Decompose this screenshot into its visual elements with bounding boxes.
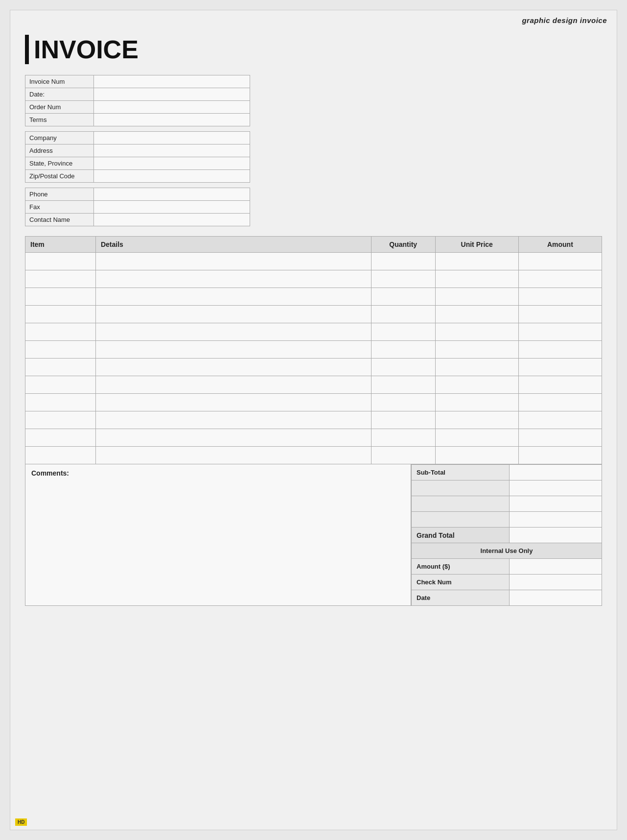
billing-info-label: Zip/Postal Code xyxy=(25,170,94,183)
item-cell[interactable] xyxy=(25,253,96,270)
invoice-info-row: Order Num xyxy=(25,101,250,114)
header-item: Item xyxy=(25,237,96,253)
details-cell[interactable] xyxy=(95,376,371,394)
unit-price-cell[interactable] xyxy=(435,341,518,359)
item-cell[interactable] xyxy=(25,447,96,464)
amount-cell[interactable] xyxy=(518,411,602,429)
contact-info-value[interactable] xyxy=(93,188,250,201)
details-cell[interactable] xyxy=(95,341,371,359)
billing-info-value[interactable] xyxy=(93,144,250,157)
billing-info-value[interactable] xyxy=(93,170,250,183)
item-cell[interactable] xyxy=(25,359,96,376)
amount-cell[interactable] xyxy=(518,253,602,270)
unit-price-cell[interactable] xyxy=(435,376,518,394)
internal-use-header: Internal Use Only xyxy=(412,543,602,559)
amount-cell[interactable] xyxy=(518,447,602,464)
unit-price-cell[interactable] xyxy=(435,429,518,447)
details-cell[interactable] xyxy=(95,270,371,288)
quantity-cell[interactable] xyxy=(371,376,435,394)
contact-info-value[interactable] xyxy=(93,214,250,226)
item-cell[interactable] xyxy=(25,394,96,411)
invoice-info-value[interactable] xyxy=(93,101,250,114)
billing-info-table: CompanyAddressState, ProvinceZip/Postal … xyxy=(25,131,250,183)
internal-row-value[interactable] xyxy=(509,575,602,590)
unit-price-cell[interactable] xyxy=(435,253,518,270)
table-row xyxy=(25,359,602,376)
invoice-info-label: Invoice Num xyxy=(25,75,94,88)
quantity-cell[interactable] xyxy=(371,429,435,447)
amount-cell[interactable] xyxy=(518,341,602,359)
comments-label: Comments: xyxy=(31,469,69,477)
amount-cell[interactable] xyxy=(518,323,602,341)
item-cell[interactable] xyxy=(25,376,96,394)
quantity-cell[interactable] xyxy=(371,411,435,429)
internal-row-value[interactable] xyxy=(509,559,602,575)
item-cell[interactable] xyxy=(25,288,96,306)
quantity-cell[interactable] xyxy=(371,253,435,270)
quantity-cell[interactable] xyxy=(371,270,435,288)
billing-info-value[interactable] xyxy=(93,132,250,144)
totals-extra-value[interactable] xyxy=(509,512,602,528)
table-row xyxy=(25,270,602,288)
subtotal-value[interactable] xyxy=(509,465,602,480)
item-cell[interactable] xyxy=(25,429,96,447)
header-quantity: Quantity xyxy=(371,237,435,253)
amount-cell[interactable] xyxy=(518,306,602,323)
item-cell[interactable] xyxy=(25,411,96,429)
unit-price-cell[interactable] xyxy=(435,270,518,288)
item-cell[interactable] xyxy=(25,323,96,341)
totals-extra-value[interactable] xyxy=(509,496,602,512)
totals-extra-value[interactable] xyxy=(509,480,602,496)
details-cell[interactable] xyxy=(95,288,371,306)
unit-price-cell[interactable] xyxy=(435,447,518,464)
details-cell[interactable] xyxy=(95,447,371,464)
internal-row-label: Date xyxy=(412,590,510,606)
unit-price-cell[interactable] xyxy=(435,394,518,411)
internal-row-value[interactable] xyxy=(509,590,602,606)
quantity-cell[interactable] xyxy=(371,323,435,341)
amount-cell[interactable] xyxy=(518,359,602,376)
details-cell[interactable] xyxy=(95,429,371,447)
contact-info-value[interactable] xyxy=(93,201,250,214)
invoice-info-value[interactable] xyxy=(93,75,250,88)
amount-cell[interactable] xyxy=(518,429,602,447)
unit-price-cell[interactable] xyxy=(435,306,518,323)
unit-price-cell[interactable] xyxy=(435,288,518,306)
contact-info-row: Phone xyxy=(25,188,250,201)
billing-info-row: State, Province xyxy=(25,157,250,170)
item-cell[interactable] xyxy=(25,341,96,359)
totals-extra-row xyxy=(412,496,602,512)
details-cell[interactable] xyxy=(95,323,371,341)
contact-info-row: Fax xyxy=(25,201,250,214)
quantity-cell[interactable] xyxy=(371,359,435,376)
comments-section: Comments: xyxy=(25,464,411,606)
billing-info-value[interactable] xyxy=(93,157,250,170)
details-cell[interactable] xyxy=(95,306,371,323)
invoice-info-value[interactable] xyxy=(93,88,250,101)
quantity-cell[interactable] xyxy=(371,341,435,359)
invoice-info-value[interactable] xyxy=(93,114,250,126)
details-cell[interactable] xyxy=(95,394,371,411)
amount-cell[interactable] xyxy=(518,376,602,394)
amount-cell[interactable] xyxy=(518,288,602,306)
unit-price-cell[interactable] xyxy=(435,359,518,376)
quantity-cell[interactable] xyxy=(371,394,435,411)
amount-cell[interactable] xyxy=(518,270,602,288)
details-cell[interactable] xyxy=(95,411,371,429)
details-cell[interactable] xyxy=(95,359,371,376)
bottom-section: Comments: Sub-Total Grand Total Internal… xyxy=(25,464,602,606)
table-row xyxy=(25,341,602,359)
quantity-cell[interactable] xyxy=(371,447,435,464)
unit-price-cell[interactable] xyxy=(435,411,518,429)
quantity-cell[interactable] xyxy=(371,288,435,306)
amount-cell[interactable] xyxy=(518,394,602,411)
item-cell[interactable] xyxy=(25,306,96,323)
grand-total-value[interactable] xyxy=(509,528,602,543)
totals-extra-row xyxy=(412,480,602,496)
subtotal-row: Sub-Total xyxy=(412,465,602,480)
item-cell[interactable] xyxy=(25,270,96,288)
unit-price-cell[interactable] xyxy=(435,323,518,341)
billing-info-row: Address xyxy=(25,144,250,157)
quantity-cell[interactable] xyxy=(371,306,435,323)
details-cell[interactable] xyxy=(95,253,371,270)
